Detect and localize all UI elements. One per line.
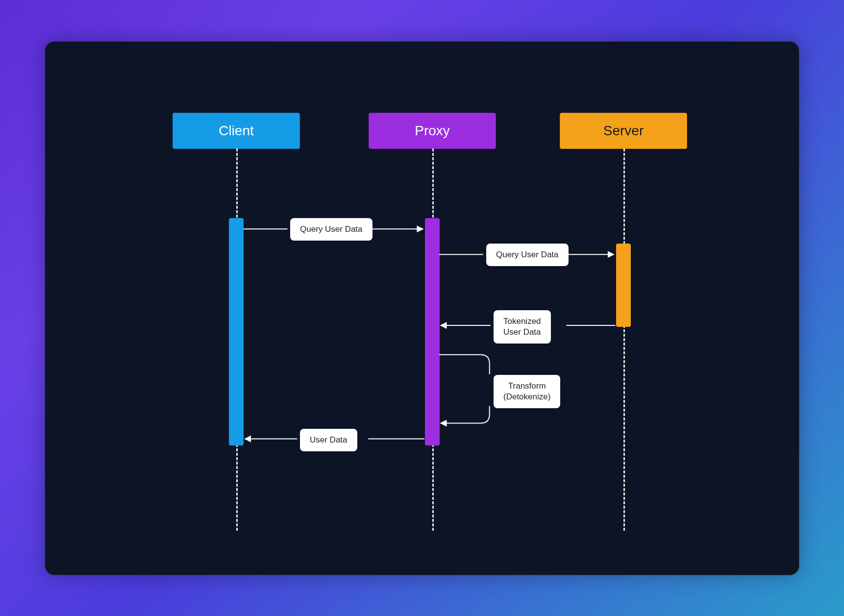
arrow-m4-back [441,406,490,423]
activation-server [616,244,631,327]
msg-tokenized-user-data: Tokenized User Data [494,310,551,344]
actor-proxy-label: Proxy [415,123,450,139]
actor-client: Client [173,113,300,149]
activation-proxy [425,218,440,445]
actor-server: Server [560,113,687,149]
msg-query-user-data-2: Query User Data [486,244,569,266]
diagram-panel: Client Proxy Server Query User Data Quer… [45,41,799,575]
msg-query-user-data-1: Query User Data [290,218,372,241]
msg-transform-detokenize: Transform (Detokenize) [494,375,560,408]
actor-server-label: Server [603,123,644,139]
activation-client [229,218,244,445]
actor-proxy: Proxy [369,113,496,149]
actor-client-label: Client [219,123,254,139]
lifeline-server [623,148,625,531]
arrow-m4-out [439,354,490,374]
msg-user-data: User Data [300,429,357,451]
